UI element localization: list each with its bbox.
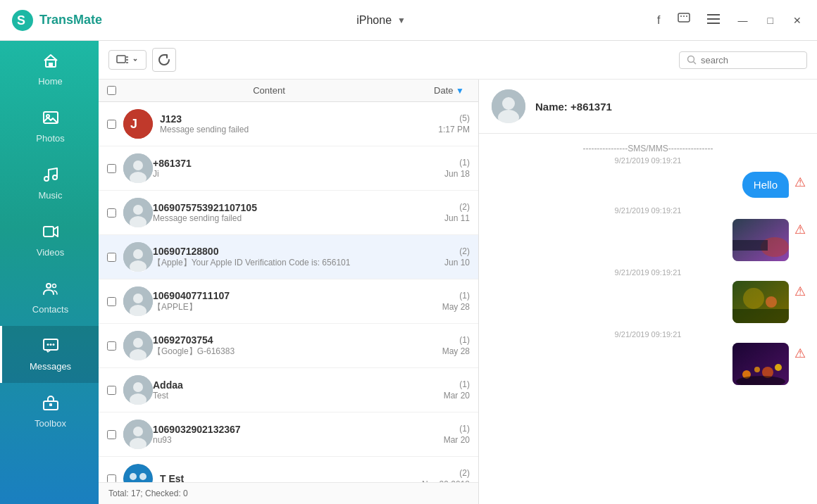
message-preview: Message sending failed bbox=[153, 213, 439, 223]
list-item[interactable]: 106907128800 【Apple】Your Apple ID Verifi… bbox=[99, 235, 478, 279]
svg-point-17 bbox=[52, 284, 56, 288]
sidebar-item-toolbox[interactable]: Toolbox bbox=[0, 383, 99, 440]
refresh-button[interactable] bbox=[152, 48, 176, 72]
main-layout: Home Photos Music Videos Contacts bbox=[0, 41, 817, 504]
svg-point-27 bbox=[123, 109, 153, 139]
sidebar-item-home[interactable]: Home bbox=[0, 41, 99, 98]
warning-icon: ⚠ bbox=[794, 175, 806, 190]
row-checkbox[interactable] bbox=[107, 474, 116, 483]
row-checkbox[interactable] bbox=[107, 208, 116, 218]
message-meta: (2) Jun 11 bbox=[444, 202, 470, 223]
search-input[interactable] bbox=[701, 55, 799, 65]
svg-text:J: J bbox=[130, 117, 137, 131]
message-info: 10690407711107 【APPLE】 bbox=[153, 290, 437, 313]
facebook-button[interactable]: f bbox=[654, 11, 663, 30]
photos-icon bbox=[42, 109, 59, 130]
row-checkbox[interactable] bbox=[107, 430, 116, 439]
message-count: (1) bbox=[459, 158, 470, 168]
svg-rect-15 bbox=[44, 227, 54, 237]
message-info: 106907128800 【Apple】Your Apple ID Verifi… bbox=[153, 246, 439, 269]
footer-text: Total: 17; Checked: 0 bbox=[108, 489, 188, 498]
message-count: (2) bbox=[459, 246, 470, 256]
photos-label: Photos bbox=[36, 133, 64, 144]
list-item[interactable]: 1069075753921107105 Message sending fail… bbox=[99, 191, 478, 235]
svg-point-13 bbox=[44, 177, 49, 181]
export-button[interactable] bbox=[108, 50, 146, 70]
svg-rect-10 bbox=[49, 63, 53, 67]
message-date: May 28 bbox=[442, 302, 470, 312]
menu-button[interactable] bbox=[704, 11, 723, 30]
svg-point-36 bbox=[133, 249, 143, 259]
sidebar-item-contacts[interactable]: Contacts bbox=[0, 269, 99, 326]
svg-rect-3 bbox=[680, 15, 682, 17]
minimize-button[interactable]: — bbox=[734, 12, 752, 29]
svg-point-14 bbox=[53, 175, 57, 179]
svg-point-30 bbox=[133, 160, 143, 170]
transmate-logo: S bbox=[11, 9, 34, 32]
col-content-header: Content bbox=[125, 85, 413, 96]
list-item[interactable]: 1069032902132367 nu93 (1) Mar 20 bbox=[99, 412, 478, 457]
message-count: (1) bbox=[459, 335, 470, 345]
avatar bbox=[123, 464, 153, 482]
message-meta: (1) Mar 20 bbox=[444, 379, 470, 401]
message-preview: Ji bbox=[153, 169, 439, 179]
message-info: J123 Message sending failed bbox=[160, 113, 432, 134]
list-item[interactable]: 10692703754 【Google】G-616383 (1) May 28 bbox=[99, 324, 478, 368]
list-item[interactable]: 10690407711107 【APPLE】 (1) May 28 bbox=[99, 279, 478, 324]
search-icon bbox=[687, 55, 697, 65]
svg-point-68 bbox=[775, 364, 782, 371]
media-thumbnail-1 bbox=[732, 219, 789, 261]
messages-container: Content Date ▼ J J123 bbox=[99, 80, 817, 504]
title-bar: S TransMate iPhone ▼ f — □ ✕ bbox=[0, 0, 817, 41]
row-checkbox[interactable] bbox=[107, 297, 116, 306]
svg-point-42 bbox=[133, 338, 143, 348]
row-checkbox[interactable] bbox=[107, 120, 116, 129]
close-button[interactable]: ✕ bbox=[789, 12, 806, 29]
sidebar-item-videos[interactable]: Videos bbox=[0, 212, 99, 269]
messages-label: Messages bbox=[30, 361, 71, 372]
message-meta: (1) May 28 bbox=[442, 291, 470, 312]
media-row-1: ⚠ bbox=[490, 219, 806, 261]
list-item[interactable]: T Est (2) Nov 29 2018 bbox=[99, 457, 478, 482]
home-label: Home bbox=[38, 76, 63, 87]
detail-avatar bbox=[492, 89, 525, 123]
message-meta: (1) May 28 bbox=[442, 335, 470, 356]
maximize-button[interactable]: □ bbox=[763, 12, 778, 29]
device-selector[interactable]: iPhone ▼ bbox=[351, 14, 406, 27]
avatar bbox=[123, 375, 153, 405]
message-info: +861371 Ji bbox=[153, 158, 439, 179]
message-list: J J123 Message sending failed (5) 1:17 P… bbox=[99, 102, 478, 482]
svg-point-51 bbox=[130, 473, 137, 480]
content-area: Content Date ▼ J J123 bbox=[99, 41, 817, 504]
message-count: (1) bbox=[459, 291, 470, 301]
svg-point-39 bbox=[133, 294, 143, 303]
message-meta: (1) Mar 20 bbox=[444, 424, 470, 445]
row-checkbox[interactable] bbox=[107, 164, 116, 173]
window-controls: f — □ ✕ bbox=[654, 10, 806, 31]
avatar bbox=[123, 286, 153, 316]
list-item[interactable]: +861371 Ji (1) Jun 18 bbox=[99, 146, 478, 191]
svg-point-16 bbox=[46, 284, 51, 288]
row-checkbox[interactable] bbox=[107, 386, 116, 395]
search-box[interactable] bbox=[679, 51, 807, 69]
list-header: Content Date ▼ bbox=[99, 80, 478, 102]
chat-button[interactable] bbox=[675, 10, 693, 31]
music-icon bbox=[42, 166, 59, 187]
svg-point-20 bbox=[49, 344, 51, 346]
svg-rect-24 bbox=[117, 56, 125, 63]
row-checkbox[interactable] bbox=[107, 253, 116, 262]
select-all-checkbox[interactable] bbox=[107, 86, 116, 95]
sidebar-item-music[interactable]: Music bbox=[0, 155, 99, 212]
sidebar-item-messages[interactable]: Messages bbox=[0, 326, 99, 383]
app-name: TransMate bbox=[39, 13, 102, 27]
list-item[interactable]: Addaa Test (1) Mar 20 bbox=[99, 368, 478, 412]
row-checkbox[interactable] bbox=[107, 341, 116, 351]
message-count: (2) bbox=[459, 202, 470, 212]
media-row-2: ⚠ bbox=[490, 281, 806, 323]
list-item[interactable]: J J123 Message sending failed (5) 1:17 P… bbox=[99, 102, 478, 146]
avatar bbox=[123, 153, 153, 183]
svg-rect-62 bbox=[732, 309, 789, 323]
svg-point-50 bbox=[123, 464, 153, 482]
sidebar-item-photos[interactable]: Photos bbox=[0, 98, 99, 155]
device-name: iPhone bbox=[356, 14, 392, 27]
